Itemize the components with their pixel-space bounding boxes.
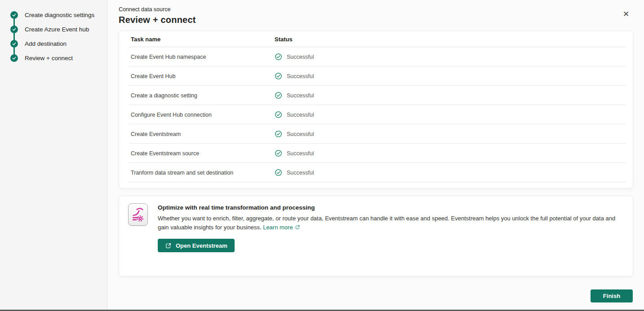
status-cell: Successful [275,149,633,157]
close-icon[interactable]: ✕ [621,9,631,20]
status-label: Successful [287,54,314,60]
step-label: Create Azure Event hub [25,26,89,33]
task-name-cell: Configure Event Hub connection [131,112,275,118]
step-label: Create diagnostic settings [25,12,94,18]
table-row: Create Eventstream Successful [119,124,633,144]
eventstream-promo-card: Optimize with real time transformation a… [119,196,633,276]
finish-button[interactable]: Finish [591,289,633,302]
steps-list: Create diagnostic settings Create Azure … [0,0,107,65]
table-row: Create Eventstream source Successful [119,144,633,163]
learn-more-label: Learn more [263,224,293,231]
check-circle-icon [10,54,18,62]
table-row: Configure Event Hub connection Successfu… [119,105,633,124]
open-eventstream-button[interactable]: Open Eventstream [158,239,235,252]
status-cell: Successful [275,72,633,80]
dialog-main-panel: Connect data source Review + connect ✕ T… [108,0,644,311]
table-row: Create a diagnostic setting Successful [119,86,633,105]
success-check-icon [275,92,282,99]
table-header-row: Task name Status [119,31,633,47]
promo-description-text: Whether you want to enrich, filter, aggr… [158,215,615,231]
status-label: Successful [287,170,314,176]
task-name-cell: Create Eventstream [131,131,275,137]
check-circle-icon [10,26,18,33]
task-name-cell: Create Event Hub namespace [131,54,275,60]
status-label: Successful [287,92,314,99]
promo-text-block: Optimize with real time transformation a… [158,203,624,269]
step-label: Add destination [25,40,67,47]
task-status-table: Task name Status Create Event Hub namesp… [119,31,633,188]
sidebar-step-add-destination[interactable]: Add destination [0,36,107,51]
status-label: Successful [287,150,314,157]
task-name-cell: Create a diagnostic setting [131,92,275,99]
success-check-icon [275,72,282,80]
task-name-cell: Create Event Hub [131,73,275,79]
external-link-icon [295,224,300,230]
status-label: Successful [287,73,314,79]
sidebar-step-review-connect[interactable]: Review + connect [0,51,107,65]
external-link-icon [165,242,172,249]
promo-description: Whether you want to enrich, filter, aggr… [158,214,624,232]
table-row: Tranform data stream and set destination… [119,163,633,182]
success-check-icon [275,149,282,157]
wizard-steps-sidebar: Create diagnostic settings Create Azure … [0,0,107,311]
success-check-icon [275,53,282,61]
column-header-task-name: Task name [131,36,275,43]
status-cell: Successful [275,111,633,118]
status-label: Successful [287,112,314,118]
step-label: Review + connect [25,55,73,61]
check-circle-icon [10,11,18,19]
success-check-icon [275,169,282,176]
sidebar-step-create-diagnostic-settings[interactable]: Create diagnostic settings [0,8,107,22]
promo-title: Optimize with real time transformation a… [158,204,624,211]
status-cell: Successful [275,130,633,138]
page-title: Review + connect [119,15,633,25]
eventstream-icon [128,203,148,226]
table-row: Create Event Hub Successful [119,66,633,86]
task-name-cell: Create Eventstream source [131,150,275,157]
success-check-icon [275,130,282,138]
success-check-icon [275,111,282,118]
status-cell: Successful [275,92,633,99]
status-cell: Successful [275,53,633,61]
status-cell: Successful [275,169,633,176]
check-circle-icon [10,40,18,48]
status-label: Successful [287,131,314,137]
column-header-status: Status [275,36,633,43]
open-eventstream-label: Open Eventstream [176,242,227,249]
table-row: Create Event Hub namespace Successful [119,47,633,66]
learn-more-link[interactable]: Learn more [263,224,300,231]
dialog-eyebrow: Connect data source [119,0,633,13]
task-name-cell: Tranform data stream and set destination [131,170,275,176]
sidebar-step-create-azure-event-hub[interactable]: Create Azure Event hub [0,22,107,36]
